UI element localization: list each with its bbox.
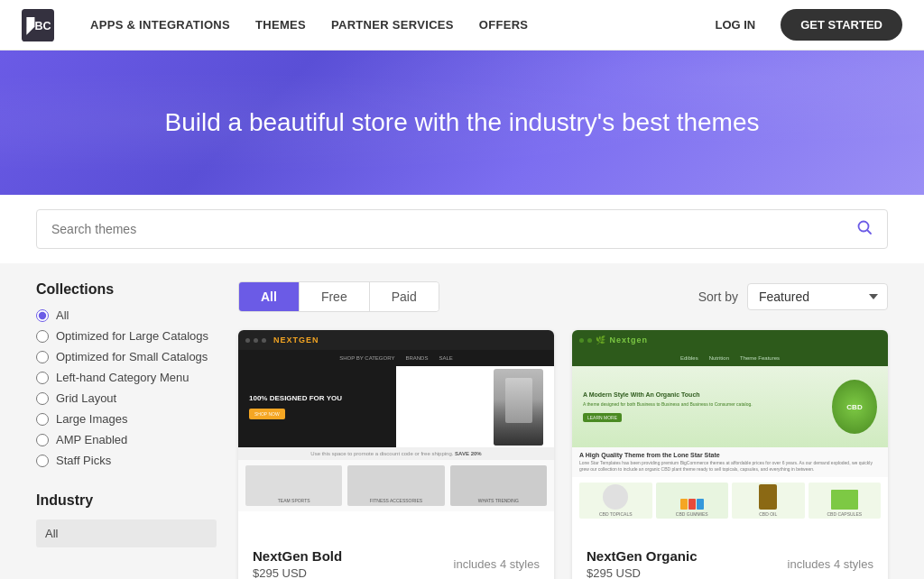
sort-select[interactable]: Featured Newest Price: Low to High Price…	[747, 283, 888, 310]
login-button[interactable]: LOG IN	[704, 13, 766, 37]
preview-hero-bold: 100% DESIGNED FOR YOU SHOP NOW	[238, 366, 554, 447]
collection-staff-picks[interactable]: Staff Picks	[36, 454, 217, 467]
dot2	[254, 338, 258, 343]
theme-preview-organic: 🌿 Nextgen Edibles Nutrition Theme Featur…	[572, 330, 888, 538]
themes-grid: NEXTGEN SHOP BY CATEGORY BRANDS SALE 100…	[238, 330, 888, 579]
preview-organic-text: A Modern Style With An Organic Touch A t…	[583, 391, 825, 423]
preview-cbd-badge: CBD	[832, 380, 877, 434]
industry-title: Industry	[36, 492, 217, 509]
preview-topbar-organic: 🌿 Nextgen	[572, 330, 888, 350]
preview-nav-bold: SHOP BY CATEGORY BRANDS SALE	[238, 350, 554, 366]
filter-tab-free[interactable]: Free	[300, 282, 370, 311]
theme-card-bold[interactable]: NEXTGEN SHOP BY CATEGORY BRANDS SALE 100…	[238, 330, 554, 579]
preview-hero-organic: A Modern Style With An Organic Touch A t…	[572, 366, 888, 447]
sort-area: Sort by Featured Newest Price: Low to Hi…	[698, 283, 888, 310]
collection-images-label: Large Images	[56, 412, 128, 426]
collection-left-radio[interactable]	[36, 372, 49, 384]
themes-area: All Free Paid Sort by Featured Newest Pr…	[238, 281, 888, 579]
theme-price-organic: $295 USD	[587, 566, 698, 579]
search-input[interactable]	[51, 222, 856, 236]
collection-left-label: Left-hand Category Menu	[56, 371, 189, 384]
navbar-right: LOG IN GET STARTED	[704, 9, 902, 41]
sort-label: Sort by	[698, 290, 738, 304]
collections-title: Collections	[36, 281, 217, 298]
theme-price-bold: $295 USD	[253, 566, 342, 579]
navbar: BC APPS & INTEGRATIONS THEMES PARTNER SE…	[0, 0, 924, 51]
preview-product-3: WHATS TRENDING	[450, 465, 547, 506]
search-container	[0, 195, 924, 263]
collection-small-label: Optimized for Small Catalogs	[56, 350, 208, 363]
nav-partner[interactable]: PARTNER SERVICES	[331, 18, 454, 32]
theme-name-organic: NextGen Organic	[587, 548, 698, 564]
collection-amp-radio[interactable]	[36, 434, 49, 446]
theme-card-footer-bold: NextGen Bold $295 USD includes 4 styles	[238, 538, 554, 579]
collection-left-menu[interactable]: Left-hand Category Menu	[36, 371, 217, 384]
collection-grid-layout[interactable]: Grid Layout	[36, 391, 217, 405]
collections-group: All Optimized for Large Catalogs Optimiz…	[36, 308, 217, 467]
hero-title: Build a beautiful store with the industr…	[164, 108, 759, 137]
bigcommerce-logo-icon: BC	[22, 9, 54, 41]
search-box	[36, 209, 888, 249]
svg-line-4	[868, 231, 872, 234]
svg-point-3	[859, 222, 869, 232]
dot-o1	[579, 338, 584, 343]
preview-cta-btn: SHOP NOW	[249, 409, 285, 419]
sidebar: Collections All Optimized for Large Cata…	[36, 281, 217, 579]
filter-tabs: All Free Paid	[238, 281, 439, 312]
theme-card-organic[interactable]: 🌿 Nextgen Edibles Nutrition Theme Featur…	[572, 330, 888, 579]
preview-banner: Use this space to promote a discount cod…	[238, 447, 554, 460]
theme-styles-organic: includes 4 styles	[788, 557, 873, 571]
svg-text:BC: BC	[34, 20, 51, 32]
theme-name-bold: NextGen Bold	[253, 548, 342, 564]
preview-product-1: TEAM SPORTS	[245, 465, 342, 506]
collection-small-radio[interactable]	[36, 351, 49, 363]
collection-large-images[interactable]: Large Images	[36, 412, 217, 426]
theme-info-bold: NextGen Bold $295 USD	[253, 548, 342, 579]
collection-all[interactable]: All	[36, 308, 217, 322]
preview-hero-title: 100% DESIGNED FOR YOU	[249, 394, 486, 403]
hero-section: Build a beautiful store with the industr…	[0, 51, 924, 195]
preview-organic-prod-1: CBD TOPICALS	[579, 482, 652, 519]
collection-amp-label: AMP Enabled	[56, 433, 127, 446]
theme-info-organic: NextGen Organic $295 USD	[587, 548, 698, 579]
search-icon	[856, 219, 873, 239]
collection-large-catalogs[interactable]: Optimized for Large Catalogs	[36, 329, 217, 343]
collection-large-label: Optimized for Large Catalogs	[56, 329, 208, 343]
get-started-button[interactable]: GET STARTED	[781, 9, 902, 41]
themes-header: All Free Paid Sort by Featured Newest Pr…	[238, 281, 888, 312]
collection-all-label: All	[56, 308, 69, 322]
nav-apps[interactable]: APPS & INTEGRATIONS	[90, 18, 230, 32]
filter-tab-paid[interactable]: Paid	[370, 282, 439, 311]
collection-small-catalogs[interactable]: Optimized for Small Catalogs	[36, 350, 217, 363]
filter-tab-all[interactable]: All	[239, 282, 300, 311]
logo[interactable]: BC	[22, 9, 54, 41]
industry-all[interactable]: All	[36, 519, 217, 547]
theme-preview-bold: NEXTGEN SHOP BY CATEGORY BRANDS SALE 100…	[238, 330, 554, 538]
collection-images-radio[interactable]	[36, 413, 49, 426]
nav-offers[interactable]: OFFERS	[479, 18, 529, 32]
nav-themes[interactable]: THEMES	[255, 18, 306, 32]
dot3	[262, 338, 266, 343]
nav-links: APPS & INTEGRATIONS THEMES PARTNER SERVI…	[90, 18, 704, 32]
collection-grid-radio[interactable]	[36, 392, 49, 405]
preview-products-bold: TEAM SPORTS FITNESS ACCESSORIES WHATS TR…	[238, 460, 554, 511]
theme-card-footer-organic: NextGen Organic $295 USD includes 4 styl…	[572, 538, 888, 579]
collection-grid-label: Grid Layout	[56, 391, 116, 405]
preview-nav-organic: Edibles Nutrition Theme Features	[572, 350, 888, 366]
collection-staff-label: Staff Picks	[56, 454, 111, 467]
preview-organic-desc: A High Quality Theme from the Lone Star …	[572, 447, 888, 477]
preview-logo-organic: 🌿 Nextgen	[596, 335, 648, 345]
preview-organic-prod-4: CBD CAPSULES	[808, 482, 882, 519]
preview-products-organic: CBD TOPICALS CBD GUMMIES	[572, 477, 888, 524]
dot-o2	[587, 338, 592, 343]
preview-product-2: FITNESS ACCESSORIES	[347, 465, 444, 506]
collection-large-radio[interactable]	[36, 330, 49, 343]
preview-logo-bold: NEXTGEN	[273, 335, 319, 345]
theme-styles-bold: includes 4 styles	[454, 557, 540, 571]
dot1	[245, 338, 250, 343]
collection-all-radio[interactable]	[36, 309, 49, 322]
preview-hero-text: 100% DESIGNED FOR YOU SHOP NOW	[249, 394, 486, 419]
main-content: Collections All Optimized for Large Cata…	[0, 263, 924, 579]
collection-amp[interactable]: AMP Enabled	[36, 433, 217, 446]
collection-staff-radio[interactable]	[36, 455, 49, 467]
